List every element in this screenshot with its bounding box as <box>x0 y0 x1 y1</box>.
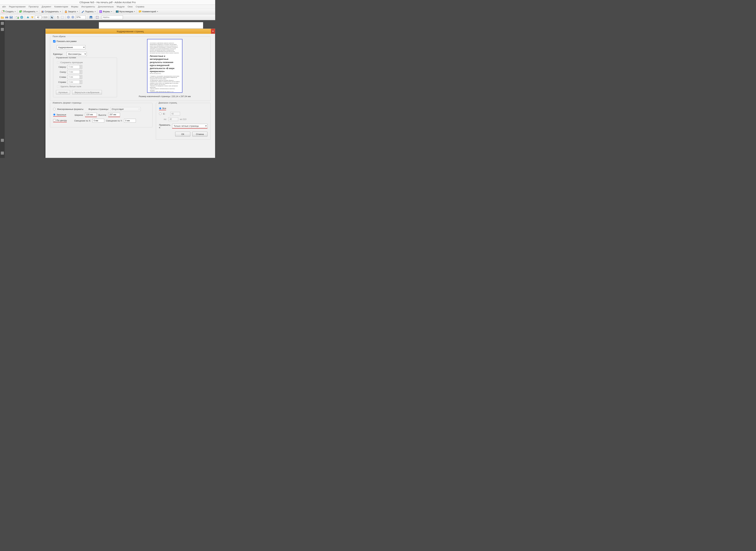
dialog-titlebar[interactable]: Кадрирование страниц ✕ <box>46 29 215 34</box>
menu-plugins[interactable]: Модули <box>115 5 126 8</box>
ok-button[interactable]: ОК <box>175 132 190 136</box>
svg-rect-29 <box>61 16 63 18</box>
height-input[interactable] <box>108 113 120 116</box>
web-icon[interactable] <box>20 16 23 19</box>
menu-window[interactable]: Окно <box>126 5 134 8</box>
save2-icon[interactable] <box>89 16 93 19</box>
page-preview: эстетических и нравственных идеалов и це… <box>147 39 182 93</box>
multimedia-button[interactable]: Мультимедиа <box>115 10 136 14</box>
menu-view[interactable]: Просмотр <box>27 5 40 8</box>
units-select[interactable]: Миллиметры <box>67 52 87 56</box>
svg-rect-22 <box>10 17 12 18</box>
margin-top-spinner[interactable]: ▲▼ <box>67 65 82 69</box>
save-icon[interactable] <box>9 16 13 19</box>
email-icon[interactable] <box>16 16 19 19</box>
lock-icon <box>64 10 67 13</box>
svg-point-6 <box>41 11 42 12</box>
menu-file[interactable]: айл <box>1 5 7 8</box>
svg-rect-18 <box>6 16 7 17</box>
pen-icon <box>81 10 84 13</box>
window-title: Сборник №5 - На печать.pdf - Adobe Acrob… <box>79 1 136 4</box>
bookmarks-panel-icon[interactable] <box>1 28 4 31</box>
svg-text:+: + <box>3 10 5 12</box>
zoom-out-icon[interactable] <box>67 16 70 19</box>
pages-panel-icon[interactable] <box>1 22 4 25</box>
collaborate-button[interactable]: Сотрудничать <box>40 10 62 14</box>
margin-bottom-spinner[interactable]: ▲▼ <box>67 70 82 74</box>
menu-document[interactable]: Документ <box>40 5 53 8</box>
forms-button[interactable]: Формы <box>98 10 113 14</box>
sign-button[interactable]: Подпись <box>80 10 97 14</box>
custom-radio[interactable] <box>53 113 55 116</box>
menu-comments[interactable]: Комментарии <box>53 5 70 8</box>
page-input[interactable] <box>35 15 41 19</box>
svg-rect-16 <box>118 11 118 13</box>
menu-tools[interactable]: Инструменты <box>80 5 96 8</box>
format-select: Отсутствует▾ <box>110 107 141 111</box>
collaborate-icon <box>41 10 44 13</box>
remove-white-checkbox <box>57 85 59 88</box>
search-input[interactable] <box>102 15 123 19</box>
menu-edit[interactable]: Редактирование <box>7 5 27 8</box>
menu-advanced[interactable]: Дополнительно <box>96 5 115 8</box>
show-all-boxes-checkbox[interactable] <box>53 40 55 42</box>
film-icon <box>116 10 119 13</box>
dialog-title: Кадрирование страниц <box>117 30 144 33</box>
revert-button[interactable]: Вернуться к выбранным <box>72 90 102 94</box>
crop-dialog: Кадрирование страниц ✕ Поля обреза Показ… <box>45 29 215 158</box>
zoom-in-icon[interactable] <box>71 16 75 19</box>
form-icon <box>99 10 102 13</box>
svg-rect-15 <box>116 11 116 13</box>
hand-icon[interactable] <box>56 16 60 19</box>
all-pages-radio[interactable] <box>159 107 161 109</box>
margin-right-spinner[interactable]: ▲▼ <box>67 80 82 84</box>
pdf-icon: + <box>2 10 5 13</box>
combine-icon: + <box>19 10 22 13</box>
from-radio[interactable] <box>159 113 161 115</box>
page-up-icon[interactable] <box>26 16 30 19</box>
cancel-button[interactable]: Отмена <box>192 132 208 136</box>
margin-control-group: Управление полями Сохранить пропорции Св… <box>53 58 117 97</box>
menu-help[interactable]: Справка <box>134 5 146 8</box>
svg-text:I: I <box>51 16 52 19</box>
crop-margins-group: Поля обреза Показать все рамки Кадрирова… <box>50 36 211 101</box>
primary-toolbar: + Создать + Объединить Сотрудничать Защи… <box>0 9 215 14</box>
close-button[interactable]: ✕ <box>211 29 215 34</box>
svg-point-7 <box>42 11 44 12</box>
page-range-group: Диапазон страниц Все С: по: <box>156 103 211 140</box>
attachments-panel-icon[interactable] <box>1 139 4 142</box>
text-select-icon[interactable]: I <box>50 16 53 19</box>
svg-text:+: + <box>21 10 22 12</box>
zoom-input[interactable] <box>76 15 86 19</box>
fit-icon[interactable] <box>95 16 99 19</box>
extracted-size-label: Размер извлеченной страницы: 220,14 x 29… <box>139 95 191 98</box>
offset-y-input[interactable] <box>124 119 136 122</box>
center-checkbox[interactable] <box>53 119 55 121</box>
combine-button[interactable]: + Объединить <box>18 10 38 14</box>
apply-to-select[interactable]: Только четные страницы <box>172 124 208 128</box>
margin-left-spinner[interactable]: ▲▼ <box>67 75 82 79</box>
signatures-panel-icon[interactable] <box>1 151 4 155</box>
protect-button[interactable]: Защита <box>63 10 79 14</box>
secondary-toolbar: / 213 I <box>0 14 215 20</box>
marquee-icon[interactable] <box>61 16 64 19</box>
open-icon[interactable] <box>1 16 4 19</box>
from-input <box>170 112 180 116</box>
print-icon[interactable] <box>5 16 8 19</box>
svg-rect-19 <box>6 18 7 19</box>
menu-forms[interactable]: Формы <box>70 5 80 8</box>
page-size-group: Изменить формат страницы Фиксированные ф… <box>50 103 152 127</box>
to-input <box>168 117 178 121</box>
svg-point-24 <box>17 17 19 19</box>
comment-button[interactable]: Комментарий <box>137 10 159 14</box>
fixed-radio[interactable] <box>53 108 55 110</box>
title-bar: Сборник №5 - На печать.pdf - Adobe Acrob… <box>0 0 215 5</box>
page-down-icon[interactable] <box>31 16 34 19</box>
menu-bar: айл Редактирование Просмотр Документ Ком… <box>0 5 215 9</box>
create-button[interactable]: + Создать <box>1 10 17 14</box>
offset-x-input[interactable] <box>92 119 104 122</box>
width-input[interactable] <box>85 113 97 116</box>
page-total: / 213 <box>42 16 47 18</box>
zero-button[interactable]: Нулевые <box>56 90 70 94</box>
crop-type-select[interactable]: Кадрирование <box>57 45 85 49</box>
